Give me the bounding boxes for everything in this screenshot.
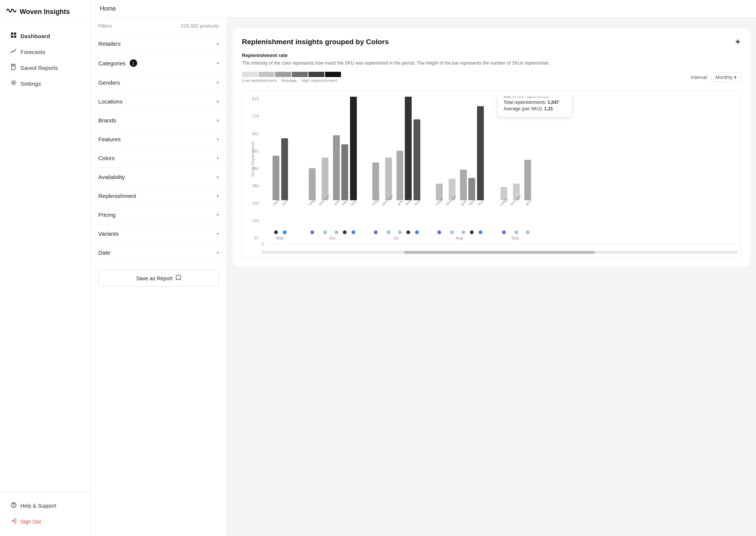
help-icon (11, 502, 17, 510)
filter-categories-label: Categories 1 (98, 59, 137, 67)
zero-label: 0 (261, 242, 265, 246)
dashboard-icon (11, 32, 17, 40)
filter-retailers[interactable]: Retailers ▾ (91, 34, 226, 53)
bar-col-jul-blue[interactable]: blue (414, 119, 420, 234)
bar-jun-blue[interactable] (350, 97, 357, 200)
bar-jun-black[interactable] (341, 144, 348, 200)
chevron-down-interval: ▾ (734, 74, 737, 80)
dot-jul-grey (398, 230, 402, 234)
chevron-down-icon-2: ▾ (217, 60, 219, 66)
dot-jul-bluejean (387, 230, 390, 234)
filter-variants[interactable]: Variants ▾ (91, 224, 226, 243)
main-content: Home Filters 229,592 products Retailers … (91, 0, 756, 536)
bar-col-jul-indigo[interactable]: indigo (371, 162, 380, 234)
bar-col-aug-blue[interactable]: blue (477, 106, 484, 234)
bar-col-jun-bluejean[interactable]: blue jean (318, 158, 332, 234)
y-val-875: 875 (243, 97, 259, 101)
logo-icon (6, 7, 17, 17)
filter-replenishment[interactable]: Replenishment ▾ (91, 187, 226, 205)
sidebar-item-forecasts[interactable]: Forecasts (3, 44, 87, 59)
bar-jun-indigo[interactable] (309, 168, 316, 200)
chevron-down-icon-8: ▾ (217, 175, 219, 180)
bar-col-jun-grey[interactable]: grey (333, 135, 340, 234)
bar-aug-black[interactable] (468, 178, 475, 200)
sidebar-item-saved-reports[interactable]: Saved Reports (3, 60, 87, 75)
sidebar-item-dashboard[interactable]: Dashboard (3, 28, 87, 43)
filter-pricing[interactable]: Pricing ▾ (91, 205, 226, 224)
main-nav: Dashboard Forecasts Saved Reports Settin… (0, 23, 90, 493)
filter-variants-label: Variants (98, 230, 119, 237)
filter-brands[interactable]: Brands ▾ (91, 111, 226, 130)
bar-may-blue[interactable] (281, 138, 288, 200)
dot-aug-grey (462, 230, 465, 234)
dot-sep-bluejean (514, 230, 518, 234)
zero-line (268, 244, 737, 244)
bar-col-may-black[interactable]: black (272, 156, 280, 234)
bar-col-aug-indigo[interactable]: indigo (435, 184, 444, 234)
svg-point-5 (13, 82, 15, 84)
sign-out-icon (11, 518, 17, 525)
save-report-button[interactable]: Save as Report (98, 270, 219, 287)
dot-aug-blue (479, 230, 482, 234)
dot-jun-indigo (310, 230, 314, 234)
chevron-down-icon-4: ▾ (217, 99, 219, 104)
dot-jun-black (343, 230, 347, 234)
filter-availability[interactable]: Availability ▾ (91, 168, 226, 187)
dot-aug-black (470, 230, 474, 234)
legend-seg-1 (242, 72, 258, 77)
scrollbar-thumb[interactable] (404, 251, 595, 254)
filter-features[interactable]: Features ▾ (91, 130, 226, 149)
interval-control: Interval: Monthly ▾ (691, 73, 741, 82)
bar-col-jul-bluejean[interactable]: blue jean (381, 158, 395, 234)
interval-select[interactable]: Monthly ▾ (711, 73, 741, 82)
filter-genders[interactable]: Genders ▾ (91, 73, 226, 92)
bar-may-black[interactable] (273, 156, 279, 200)
filters-panel: Filters 229,592 products Retailers ▾ Cat… (91, 18, 227, 536)
bar-aug-blue[interactable] (477, 106, 484, 200)
bar-col-jul-black[interactable]: black (404, 97, 412, 234)
bar-col-jun-black[interactable]: black (341, 144, 349, 234)
month-label-jul: Jul (393, 236, 398, 240)
sidebar-item-settings[interactable]: Settings (3, 76, 87, 91)
bar-jun-grey[interactable] (333, 135, 340, 200)
y-val-681: 681 (243, 131, 259, 136)
filter-brands-label: Brands (98, 117, 116, 124)
bar-col-sep-grey[interactable]: grey (524, 160, 531, 234)
chart-panel: Replenishment insights grouped by Colors… (227, 18, 756, 536)
tooltip-skus: 863 SKUs replenished (503, 97, 566, 99)
bar-jul-blue[interactable] (414, 119, 420, 200)
bar-col-jul-grey[interactable]: grey (397, 151, 403, 234)
bar-col-sep-indigo[interactable]: indigo (499, 187, 508, 234)
legend-seg-5 (308, 72, 324, 77)
bar-jul-black[interactable] (405, 97, 412, 200)
filter-colors[interactable]: Colors ▾ (91, 149, 226, 168)
dot-jun-blue (352, 230, 355, 234)
bar-aug-grey[interactable] (460, 170, 467, 200)
bar-col-jun-indigo[interactable]: indigo (308, 168, 317, 234)
month-jun: indigo blue jean (302, 97, 363, 240)
y-val-778: 778 (243, 114, 259, 119)
dot-aug-indigo (437, 230, 441, 234)
bar-jul-indigo[interactable] (372, 162, 379, 200)
svg-rect-4 (11, 64, 15, 70)
legend-bar-container: Low replenishment Average High replenish… (242, 72, 341, 83)
chart-scrollbar[interactable] (261, 251, 737, 254)
sidebar-item-sign-out[interactable]: Sign Out (3, 514, 87, 529)
save-report-label: Save as Report (136, 275, 173, 281)
bar-col-may-blue[interactable]: blue (281, 138, 288, 234)
saved-reports-icon (11, 64, 17, 71)
sidebar-item-help[interactable]: Help & Support (3, 498, 87, 513)
filter-date[interactable]: Date ▾ (91, 243, 226, 262)
filter-colors-label: Colors (98, 155, 115, 161)
dot-blue (283, 230, 287, 234)
tooltip-box: Blue 863 SKUs replenished Total replenis… (497, 97, 573, 117)
filters-count: 229,592 products (181, 23, 219, 29)
month-may: black blue May (261, 97, 299, 240)
bar-sep-grey[interactable] (524, 160, 531, 200)
bar-jul-grey[interactable] (397, 151, 403, 200)
chevron-down-icon-9: ▾ (217, 193, 219, 199)
sparkle-icon[interactable]: ✦ (734, 37, 741, 46)
filter-locations[interactable]: Locations ▾ (91, 92, 226, 111)
content-area: Filters 229,592 products Retailers ▾ Cat… (91, 18, 756, 536)
filter-categories[interactable]: Categories 1 ▾ (91, 53, 226, 73)
